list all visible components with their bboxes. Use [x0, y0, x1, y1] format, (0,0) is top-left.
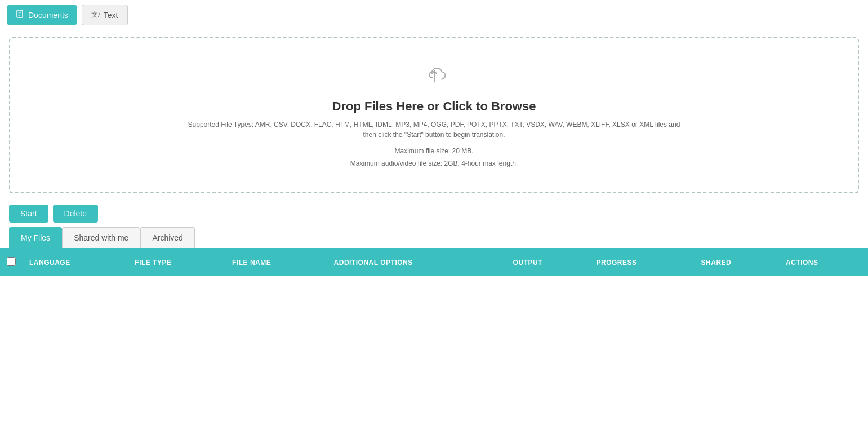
- files-table: LANGUAGE FILE TYPE FILE NAME ADDITIONAL …: [0, 249, 868, 276]
- drop-title: Drop Files Here or Click to Browse: [332, 99, 536, 114]
- documents-button[interactable]: Documents: [7, 5, 77, 25]
- tab-my-files[interactable]: My Files: [9, 227, 62, 248]
- tab-shared-with-me[interactable]: Shared with me: [62, 227, 140, 248]
- max-audio-size: Maximum audio/video file size: 2GB, 4-ho…: [350, 158, 518, 170]
- additional-options-header: ADDITIONAL OPTIONS: [327, 249, 506, 276]
- text-button[interactable]: 文A Text: [82, 5, 128, 25]
- drop-limits: Maximum file size: 20 MB. Maximum audio/…: [350, 145, 518, 170]
- tabs: My Files Shared with me Archived: [0, 227, 868, 248]
- table-header-row: LANGUAGE FILE TYPE FILE NAME ADDITIONAL …: [0, 249, 868, 276]
- drop-zone[interactable]: Drop Files Here or Click to Browse Suppo…: [9, 37, 859, 193]
- tab-archived[interactable]: Archived: [140, 227, 194, 248]
- document-icon: [16, 10, 25, 20]
- drop-supported-text: Supported File Types: AMR, CSV, DOCX, FL…: [181, 119, 688, 140]
- progress-header: PROGRESS: [590, 249, 695, 276]
- top-bar: Documents 文A Text: [0, 0, 868, 30]
- actions-header: ACTIONS: [779, 249, 868, 276]
- file-type-header: FILE TYPE: [128, 249, 225, 276]
- file-name-header: FILE NAME: [225, 249, 327, 276]
- table-wrapper: LANGUAGE FILE TYPE FILE NAME ADDITIONAL …: [0, 248, 868, 276]
- select-all-header[interactable]: [0, 249, 23, 276]
- translate-icon: 文A: [91, 10, 100, 20]
- max-file-size: Maximum file size: 20 MB.: [350, 145, 518, 158]
- output-header: OUTPUT: [506, 249, 590, 276]
- cloud-upload-icon: [420, 61, 449, 94]
- tab-shared-with-me-label: Shared with me: [74, 233, 128, 242]
- tab-archived-label: Archived: [152, 233, 182, 242]
- tab-my-files-label: My Files: [21, 233, 50, 242]
- language-header: LANGUAGE: [23, 249, 128, 276]
- start-button[interactable]: Start: [9, 205, 48, 223]
- documents-label: Documents: [28, 11, 68, 20]
- text-label: Text: [104, 11, 118, 20]
- action-buttons: Start Delete: [0, 200, 868, 227]
- select-all-checkbox[interactable]: [7, 257, 16, 266]
- delete-button[interactable]: Delete: [53, 205, 98, 223]
- drop-zone-wrapper: Drop Files Here or Click to Browse Suppo…: [0, 30, 868, 200]
- svg-text:文A: 文A: [91, 11, 100, 19]
- shared-header: SHARED: [695, 249, 779, 276]
